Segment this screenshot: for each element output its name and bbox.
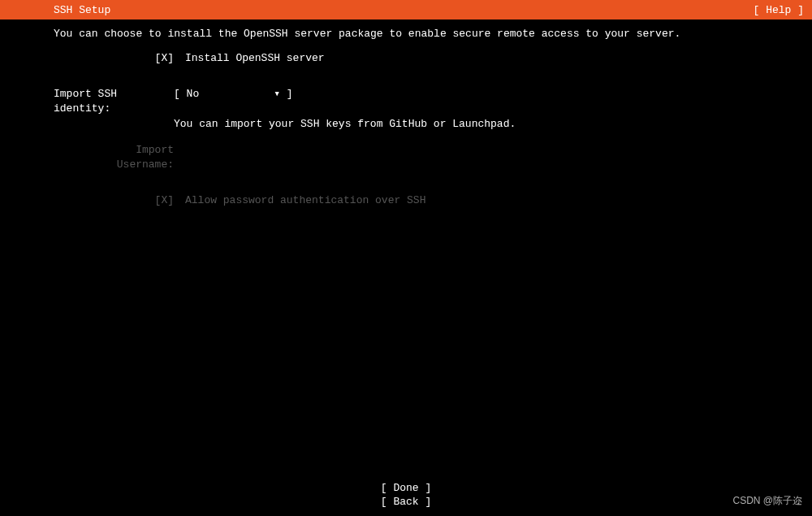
install-openssh-label: Install OpenSSH server	[174, 51, 325, 66]
allow-password-checkbox: [X]	[54, 193, 174, 208]
chevron-down-icon: ▾ ]	[274, 88, 292, 100]
import-identity-label: Import SSH identity:	[54, 87, 174, 116]
install-openssh-checkbox[interactable]: [X]	[54, 51, 174, 66]
header-bar: SSH Setup [ Help ]	[0, 0, 812, 20]
import-identity-value: [ No	[174, 88, 199, 100]
intro-text: You can choose to install the OpenSSH se…	[54, 28, 812, 40]
content-area: You can choose to install the OpenSSH se…	[0, 20, 812, 208]
footer-buttons: [ Done ] [ Back ]	[0, 481, 812, 509]
import-username-label: Import Username:	[54, 143, 174, 172]
done-button[interactable]: [ Done ]	[0, 481, 812, 496]
import-identity-hint: You can import your SSH keys from GitHub…	[54, 117, 812, 132]
install-openssh-row[interactable]: [X] Install OpenSSH server	[54, 51, 812, 66]
watermark-text: CSDN @陈子迩	[732, 494, 802, 508]
help-button[interactable]: [ Help ]	[754, 4, 806, 16]
page-title: SSH Setup	[6, 4, 110, 16]
import-username-row: Import Username:	[54, 143, 812, 172]
allow-password-row: [X] Allow password authentication over S…	[54, 193, 812, 208]
allow-password-label: Allow password authentication over SSH	[174, 193, 425, 208]
import-identity-row: Import SSH identity: [ No▾ ]	[54, 87, 812, 116]
import-identity-dropdown[interactable]: [ No▾ ]	[174, 87, 293, 116]
back-button[interactable]: [ Back ]	[0, 495, 812, 509]
